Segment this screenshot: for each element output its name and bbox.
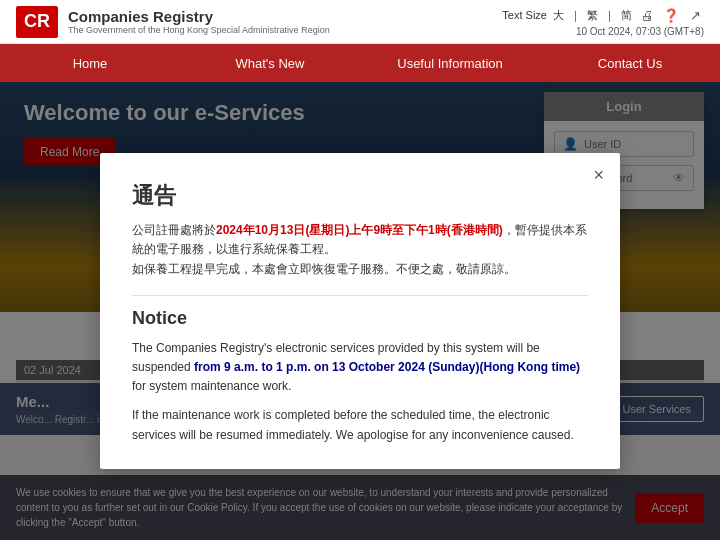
notice-modal: × 通告 公司註冊處將於2024年10月13日(星期日)上午9時至下午1時(香港… <box>100 153 620 469</box>
navigation: Home What's New Useful Information Conta… <box>0 44 720 82</box>
modal-en-text2: If the maintenance work is completed bef… <box>132 406 588 444</box>
nav-useful-info[interactable]: Useful Information <box>360 44 540 82</box>
modal-divider <box>132 295 588 296</box>
modal-zh-text: 公司註冊處將於2024年10月13日(星期日)上午9時至下午1時(香港時間)，暫… <box>132 221 588 279</box>
modal-zh-title: 通告 <box>132 181 588 211</box>
text-size-simp[interactable]: 简 <box>621 8 632 23</box>
header-icons: 🖨 ❓ ↗ <box>638 6 704 24</box>
nav-home[interactable]: Home <box>0 44 180 82</box>
modal-overlay: × 通告 公司註冊處將於2024年10月13日(星期日)上午9時至下午1時(香港… <box>0 82 720 540</box>
nav-whats-new[interactable]: What's New <box>180 44 360 82</box>
text-size-label: Text Size <box>502 9 547 21</box>
site-subtitle: The Government of the Hong Kong Special … <box>68 25 330 35</box>
text-size-large[interactable]: 大 <box>553 8 564 23</box>
text-size-row: Text Size 大 ｜ 繁 ｜ 简 🖨 ❓ ↗ <box>502 6 704 24</box>
modal-en-title: Notice <box>132 308 588 329</box>
header-right: Text Size 大 ｜ 繁 ｜ 简 🖨 ❓ ↗ 10 Oct 2024, 0… <box>502 6 704 37</box>
header: CR Companies Registry The Government of … <box>0 0 720 44</box>
datetime: 10 Oct 2024, 07:03 (GMT+8) <box>576 26 704 37</box>
separator: ｜ <box>570 8 581 23</box>
main-content: Welcome to our e-Services Read More Logi… <box>0 82 720 540</box>
print-icon[interactable]: 🖨 <box>638 6 656 24</box>
modal-en-text: The Companies Registry's electronic serv… <box>132 339 588 397</box>
share-icon[interactable]: ↗ <box>686 6 704 24</box>
nav-contact-us[interactable]: Contact Us <box>540 44 720 82</box>
logo-area: CR Companies Registry The Government of … <box>16 6 330 38</box>
logo-text-area: Companies Registry The Government of the… <box>68 8 330 35</box>
site-title: Companies Registry <box>68 8 330 25</box>
logo-icon: CR <box>16 6 58 38</box>
separator2: ｜ <box>604 8 615 23</box>
help-icon[interactable]: ❓ <box>662 6 680 24</box>
text-size-trad[interactable]: 繁 <box>587 8 598 23</box>
modal-close-button[interactable]: × <box>593 165 604 186</box>
